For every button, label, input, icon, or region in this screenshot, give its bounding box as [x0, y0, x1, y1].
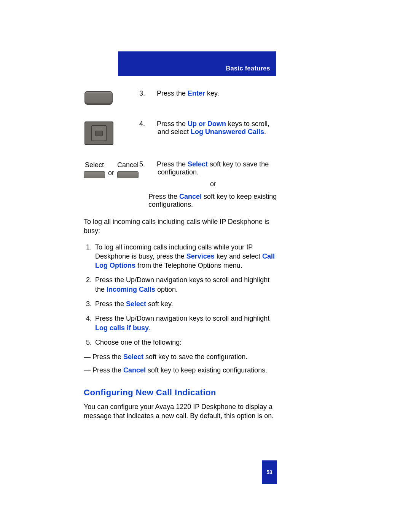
page-content: 3.Press the Enter key. 4.Press the Up or… — [84, 89, 278, 427]
keyword-select: Select — [188, 160, 208, 168]
list-item: Choose one of the following: — [94, 338, 278, 347]
keyword-incoming-calls: Incoming Calls — [107, 286, 155, 293]
graphic-enter-key — [84, 89, 148, 105]
nav-key-icon — [84, 121, 113, 145]
intro-paragraph: To log all incoming calls including call… — [84, 217, 278, 236]
list-item: To log all incoming calls including call… — [94, 243, 278, 270]
keyword-updown: Up or Down — [188, 120, 226, 128]
keyword-log-unanswered: Log Unanswered Calls — [191, 128, 264, 136]
page-number: 53 — [262, 460, 277, 484]
keyword-enter: Enter — [188, 89, 205, 97]
step-4-text: 4.Press the Up or Down keys to scroll, a… — [148, 120, 278, 136]
softkey-select-label: Select — [85, 161, 104, 169]
softkey-cancel-icon — [117, 171, 139, 178]
graphic-softkeys: Select or Cancel — [84, 160, 148, 178]
softkey-or: or — [108, 162, 114, 177]
step-3-text: 3.Press the Enter key. — [148, 89, 278, 97]
softkey-cancel-label: Cancel — [117, 161, 139, 169]
list-item: Press the Select soft key. — [94, 299, 278, 308]
keyword-cancel: Cancel — [179, 193, 202, 200]
step-row-3: 3.Press the Enter key. — [84, 89, 278, 105]
softkey-select-col: Select — [84, 161, 105, 178]
steps-list: To log all incoming calls including call… — [84, 243, 278, 347]
section-body: You can configure your Avaya 1220 IP Des… — [84, 402, 278, 421]
softkey-select-icon — [84, 171, 105, 178]
dash-item: — Press the Cancel soft key to keep exis… — [84, 366, 278, 375]
step-row-4: 4.Press the Up or Down keys to scroll, a… — [84, 120, 278, 145]
keyword-cancel: Cancel — [123, 366, 146, 374]
step-number: 4. — [148, 120, 157, 128]
header-band: Basic features — [118, 51, 276, 76]
graphic-nav-key — [84, 120, 148, 145]
step-5-alt: Press the Cancel soft key to keep existi… — [148, 193, 278, 209]
enter-key-icon — [84, 91, 113, 105]
step-5-or: or — [148, 180, 278, 188]
step-row-5: Select or Cancel 5.Press the Select soft… — [84, 160, 278, 209]
document-page: Basic features 3.Press the Enter key. 4.… — [0, 0, 411, 532]
keyword-log-calls-if-busy: Log calls if busy — [95, 324, 149, 332]
keyword-services: Services — [186, 252, 215, 260]
list-item: Press the Up/Down navigation keys to scr… — [94, 275, 278, 294]
dash-item: — Press the Select soft key to save the … — [84, 352, 278, 361]
step-number: 3. — [148, 89, 157, 97]
step-number: 5. — [148, 160, 157, 168]
softkey-cancel-col: Cancel — [117, 161, 139, 178]
keyword-select: Select — [126, 300, 146, 308]
header-section-label: Basic features — [226, 65, 270, 72]
keyword-select: Select — [123, 353, 143, 361]
list-item: Press the Up/Down navigation keys to scr… — [94, 314, 278, 332]
step-5-text: 5.Press the Select soft key to save the … — [148, 160, 278, 209]
section-heading: Configuring New Call Indication — [84, 388, 278, 398]
softkey-row: Select or Cancel — [84, 161, 148, 178]
